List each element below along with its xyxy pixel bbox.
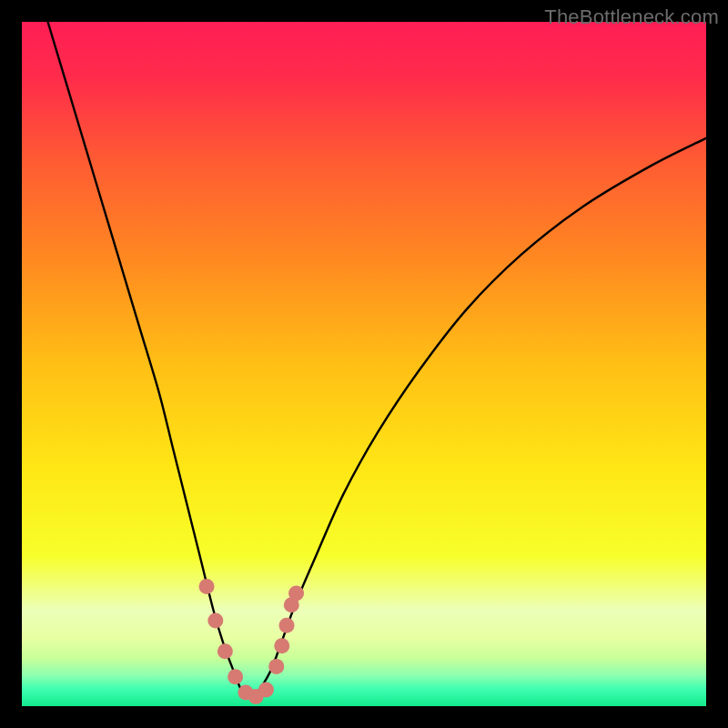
chart-frame — [22, 22, 706, 706]
curve-marker — [279, 618, 295, 633]
gradient-background — [22, 22, 706, 706]
chart-svg — [22, 22, 706, 706]
curve-marker — [199, 579, 215, 594]
curve-marker — [228, 669, 243, 684]
curve-marker — [288, 585, 304, 601]
watermark-text: TheBottleneck.com — [544, 5, 719, 29]
curve-marker — [268, 659, 284, 674]
curve-marker — [274, 638, 289, 653]
curve-marker — [217, 643, 233, 659]
curve-marker — [258, 682, 274, 697]
curve-marker — [207, 613, 223, 629]
